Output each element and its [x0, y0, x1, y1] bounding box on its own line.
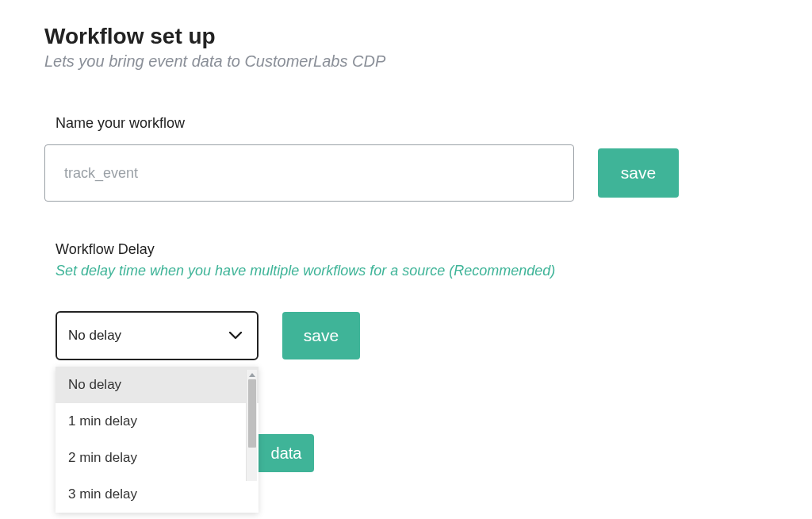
workflow-name-label: Name your workflow: [56, 115, 768, 132]
workflow-delay-label: Workflow Delay: [56, 241, 768, 258]
save-workflow-name-button[interactable]: save: [598, 148, 679, 198]
workflow-delay-select[interactable]: No delay: [56, 311, 259, 360]
workflow-delay-dropdown: No delay 1 min delay 2 min delay 3 min d…: [56, 367, 259, 513]
workflow-delay-selected-value: No delay: [68, 328, 121, 344]
delay-option-3-min[interactable]: 3 min delay: [56, 476, 259, 513]
save-workflow-delay-button[interactable]: save: [282, 312, 360, 359]
delay-option-1-min[interactable]: 1 min delay: [56, 403, 259, 440]
page-title: Workflow set up: [44, 24, 768, 49]
data-button-partial[interactable]: data: [259, 434, 314, 472]
scrollbar-up-arrow-icon[interactable]: [247, 370, 257, 379]
chevron-down-icon: [228, 329, 243, 343]
dropdown-scrollbar[interactable]: [246, 370, 257, 481]
delay-option-no-delay[interactable]: No delay: [56, 367, 259, 403]
delay-option-2-min[interactable]: 2 min delay: [56, 440, 259, 476]
workflow-name-input[interactable]: [44, 144, 574, 202]
page-subtitle: Lets you bring event data to CustomerLab…: [44, 52, 768, 71]
scrollbar-thumb[interactable]: [248, 379, 256, 448]
workflow-delay-help: Set delay time when you have multiple wo…: [56, 263, 768, 279]
